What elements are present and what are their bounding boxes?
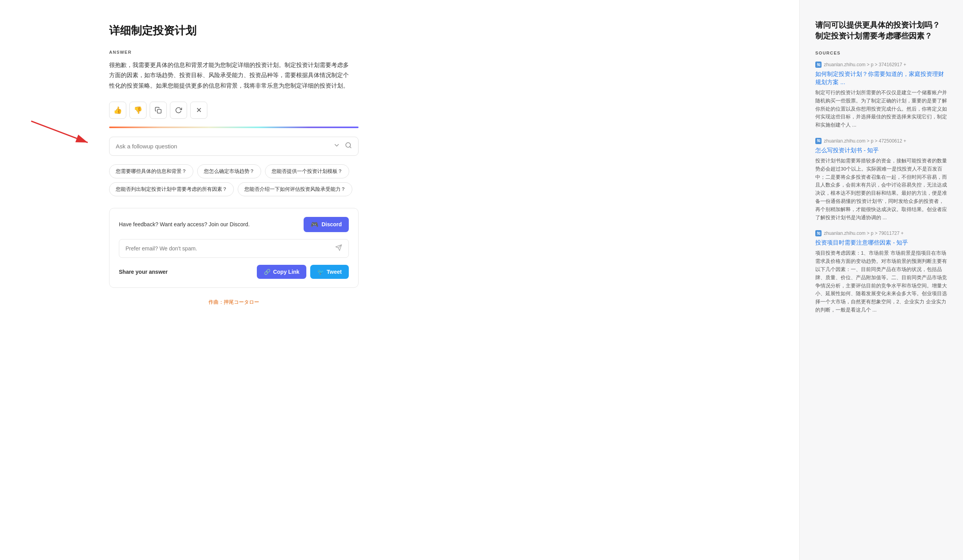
source-meta-0: 知 zhuanlan.zhihu.com > p > 374162917 + [815,62,947,68]
sources-label: SOURCES [815,51,947,55]
copy-link-button[interactable]: 🔗 Copy Link [257,265,307,279]
discord-button[interactable]: 🎮 Discord [304,217,349,232]
page-title: 详细制定投资计划 [109,23,768,38]
share-row: Share your answer 🔗 Copy Link 🐦 Tweet [119,265,349,279]
copy-button[interactable] [150,102,167,119]
source-favicon-0: 知 [815,62,822,68]
answer-text: 很抱歉，我需要更具体的信息和背景才能为您制定详细的投资计划。制定投资计划需要考虑… [109,60,351,91]
right-title: 请问可以提供更具体的投资计划吗？制定投资计划需要考虑哪些因素？ [815,19,947,41]
right-panel: 请问可以提供更具体的投资计划吗？制定投资计划需要考虑哪些因素？ SOURCES … [799,0,963,560]
svg-line-4 [350,146,351,148]
source-snippet-2: 项目投资考虑因素：1、市场前景 市场前景是指项目在市场需求及价格方面的变动趋势。… [815,249,947,314]
svg-rect-0 [157,109,161,113]
followup-actions [333,142,352,151]
discord-box: Have feedback? Want early access? Join o… [109,208,359,288]
thumbs-up-button[interactable]: 👍 [109,102,126,119]
link-icon: 🔗 [264,269,270,275]
source-favicon-1: 知 [815,138,822,144]
svg-line-2 [31,121,88,143]
action-buttons: 👍 👎 ✕ [109,102,359,119]
progress-bar [109,127,359,128]
source-path-1: zhuanlan.zhihu.com > p > 472500612 + [824,138,906,144]
source-item-1: 知 zhuanlan.zhihu.com > p > 472500612 + 怎… [815,138,947,222]
source-item-0: 知 zhuanlan.zhihu.com > p > 374162917 + 如… [815,62,947,129]
source-path-0: zhuanlan.zhihu.com > p > 374162917 + [824,62,906,67]
share-buttons: 🔗 Copy Link 🐦 Tweet [257,265,349,279]
red-arrow-icon [23,113,101,152]
answer-label: ANSWER [109,50,768,55]
tweet-label: Tweet [327,269,342,275]
discord-btn-label: Discord [322,221,342,227]
discord-text: Have feedback? Want early access? Join o… [119,221,250,227]
source-favicon-2: 知 [815,230,822,236]
source-link-2[interactable]: 投资项目时需要注意哪些因素 - 知乎 [815,238,947,247]
source-snippet-0: 制定可行的投资计划所需要的不仅仅是建立一个储蓄账户并随机购买一些股票。为了制定正… [815,89,947,129]
source-link-0[interactable]: 如何制定投资计划？你需要知道的，家庭投资理财规划方案 ... [815,70,947,86]
source-meta-1: 知 zhuanlan.zhihu.com > p > 472500612 + [815,138,947,144]
source-path-2: zhuanlan.zhihu.com > p > 79011727 + [824,231,904,236]
search-icon[interactable] [345,142,352,151]
suggestion-chip-0[interactable]: 您需要哪些具体的信息和背景？ [109,164,193,178]
discord-row: Have feedback? Want early access? Join o… [119,217,349,232]
left-panel: 详细制定投资计划 ANSWER 很抱歉，我需要更具体的信息和背景才能为您制定详细… [0,0,799,560]
source-meta-2: 知 zhuanlan.zhihu.com > p > 79011727 + [815,230,947,236]
music-credit: 作曲：押尾コータロー [109,299,359,306]
tweet-button[interactable]: 🐦 Tweet [310,265,349,279]
share-label: Share your answer [119,269,168,275]
copy-link-label: Copy Link [273,269,300,275]
refresh-button[interactable] [170,102,187,119]
email-row [119,239,349,258]
email-input[interactable] [125,245,335,252]
suggestion-chip-2[interactable]: 您能否提供一个投资计划模板？ [265,164,349,178]
twitter-icon: 🐦 [317,269,324,275]
thumbs-down-button[interactable]: 👎 [129,102,147,119]
close-button[interactable]: ✕ [190,102,207,119]
chevron-down-icon[interactable] [333,142,340,151]
source-snippet-1: 投资计划书如需要筹措较多的资金，接触可能投资者的数量势必会超过30个以上。实际困… [815,157,947,222]
followup-container [109,137,359,156]
discord-icon: 🎮 [311,221,318,228]
source-item-2: 知 zhuanlan.zhihu.com > p > 79011727 + 投资… [815,230,947,314]
main-container: 详细制定投资计划 ANSWER 很抱歉，我需要更具体的信息和背景才能为您制定详细… [0,0,963,560]
send-icon[interactable] [335,244,342,253]
source-link-1[interactable]: 怎么写投资计划书 - 知乎 [815,146,947,154]
suggestion-chip-3[interactable]: 您能否列出制定投资计划中需要考虑的所有因素？ [109,182,234,196]
suggestions: 您需要哪些具体的信息和背景？ 您怎么确定市场趋势？ 您能否提供一个投资计划模板？… [109,164,359,196]
followup-input[interactable] [116,143,333,150]
suggestion-chip-4[interactable]: 您能否介绍一下如何评估投资风险承受能力？ [238,182,352,196]
suggestion-chip-1[interactable]: 您怎么确定市场趋势？ [197,164,261,178]
